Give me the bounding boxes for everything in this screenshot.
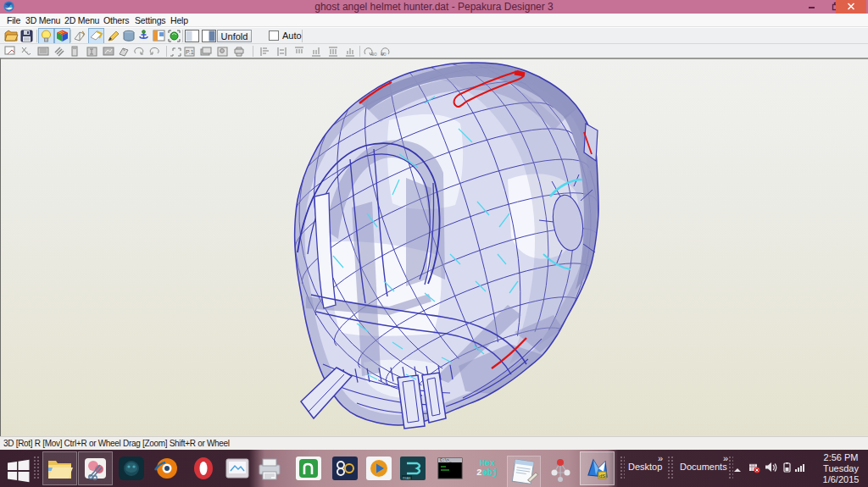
svg-text:C:\>_: C:\>_	[440, 458, 452, 462]
svg-text:P.1: P.1	[186, 49, 194, 55]
svg-text:90: 90	[381, 52, 387, 57]
svg-text:dS: dS	[599, 473, 605, 479]
svg-text:Hex: Hex	[480, 459, 495, 468]
svg-text:90: 90	[371, 52, 377, 57]
svg-text:max: max	[403, 475, 411, 480]
svg-text:2: 2	[476, 468, 482, 478]
